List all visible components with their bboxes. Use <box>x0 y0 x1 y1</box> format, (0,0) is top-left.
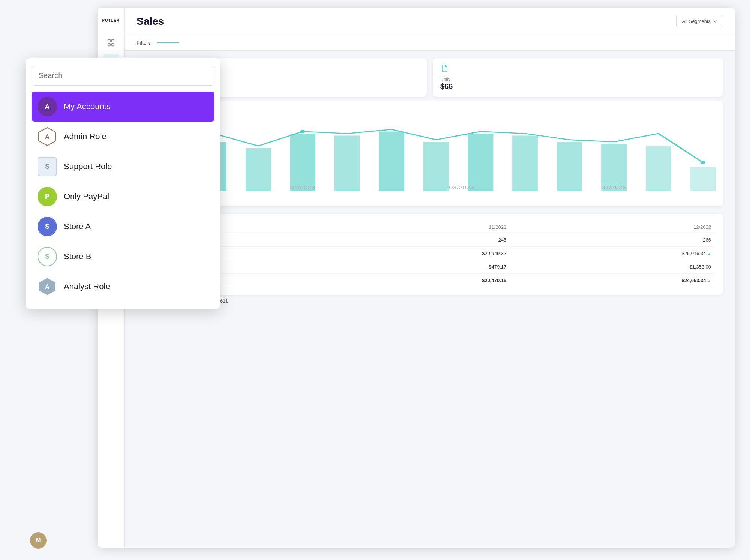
svg-rect-0 <box>108 40 110 42</box>
table-row: Net Sales $20,470.15 $24,663.34 ▲ <box>144 274 716 287</box>
dropdown-item-only-paypal[interactable]: P Only PayPal <box>32 182 214 212</box>
topbar: Sales All Segments <box>124 8 735 35</box>
data-table: 11/2022 12/2022 Orders 245 266 Gross Sal… <box>144 221 716 287</box>
daily-value: $66 <box>440 82 453 90</box>
svg-rect-21 <box>601 144 627 192</box>
segments-dropdown[interactable]: All Segments <box>676 15 723 27</box>
svg-rect-16 <box>379 132 405 192</box>
daily-icon-wrap <box>440 64 716 74</box>
item-avatar-support-role: S <box>38 157 57 176</box>
item-label-support-role: Support Role <box>64 162 112 171</box>
svg-rect-17 <box>423 142 449 191</box>
table-header-col1: 11/2022 <box>333 221 511 233</box>
page-title: Sales <box>136 15 164 27</box>
filter-indicator <box>157 42 179 43</box>
dropdown-item-my-accounts[interactable]: A My Accounts <box>32 92 214 122</box>
table-cell-v2: -$1,353.00 <box>511 260 716 274</box>
svg-point-26 <box>300 130 306 133</box>
svg-text:03/2023: 03/2023 <box>449 185 474 190</box>
table-cell-v1: 245 <box>333 233 511 247</box>
daily-card: Daily $66 <box>433 58 723 97</box>
item-avatar-admin-role: A <box>38 127 57 146</box>
app-logo: PUTLER <box>100 14 122 27</box>
dropdown-item-admin-role[interactable]: A Admin Role <box>32 122 214 152</box>
item-avatar-store-b: S <box>38 247 57 266</box>
item-avatar-analyst-role: A <box>38 277 57 296</box>
svg-rect-13 <box>246 148 271 192</box>
svg-rect-23 <box>690 167 716 191</box>
svg-text:01/2023: 01/2023 <box>290 185 316 190</box>
svg-rect-14 <box>290 134 315 191</box>
table-row: Gross Sales $20,949.32 $26,016.34 ▲ <box>144 247 716 260</box>
search-wrapper <box>32 66 214 86</box>
daily-label: Daily <box>440 77 716 82</box>
search-input[interactable] <box>32 66 214 86</box>
svg-rect-15 <box>334 136 360 192</box>
svg-rect-2 <box>108 44 110 46</box>
svg-point-27 <box>700 161 705 164</box>
chart-section: 11/2022 01/2023 03/2023 07/2023 $30,000 … <box>136 101 723 206</box>
item-avatar-my-accounts: A <box>38 97 57 116</box>
sales-chart: 11/2022 01/2023 03/2023 07/2023 $30,000 … <box>144 109 716 191</box>
svg-rect-20 <box>557 142 582 191</box>
svg-rect-1 <box>111 40 114 42</box>
user-avatar[interactable]: M <box>30 532 46 549</box>
filters-label: Filters <box>136 40 151 46</box>
svg-rect-3 <box>111 44 114 46</box>
item-label-store-a: Store A <box>64 222 91 231</box>
table-cell-v1: $20,470.15 <box>333 274 511 287</box>
table-section: 11/2022 12/2022 Orders 245 266 Gross Sal… <box>136 214 723 295</box>
table-row: Orders 245 266 <box>144 233 716 247</box>
dropdown-item-store-b[interactable]: S Store B <box>32 242 214 272</box>
table-header-col2: 12/2022 <box>511 221 716 233</box>
filters-bar: Filters <box>124 35 735 51</box>
svg-rect-18 <box>468 134 494 191</box>
dropdown-items-list: A My Accounts A Admin Role S Support Rol… <box>32 92 214 302</box>
table-row: Refunds -$479.17 -$1,353.00 <box>144 260 716 274</box>
item-avatar-store-a: S <box>38 217 57 236</box>
item-label-only-paypal: Only PayPal <box>64 192 109 201</box>
sidebar-icon-grid[interactable] <box>103 35 119 51</box>
item-avatar-only-paypal: P <box>38 187 57 206</box>
item-label-admin-role: Admin Role <box>64 132 106 141</box>
account-dropdown: A My Accounts A Admin Role S Support Rol… <box>26 58 220 309</box>
item-label-store-b: Store B <box>64 252 91 261</box>
svg-rect-22 <box>646 146 671 191</box>
item-label-my-accounts: My Accounts <box>64 102 111 111</box>
document-icon <box>440 64 448 72</box>
dropdown-item-analyst-role[interactable]: A Analyst Role <box>32 272 214 302</box>
table-cell-v2: $24,663.34 ▲ <box>511 274 716 287</box>
table-cell-v1: -$479.17 <box>333 260 511 274</box>
table-cell-v2: 266 <box>511 233 716 247</box>
svg-text:07/2023: 07/2023 <box>601 185 627 190</box>
svg-text:A: A <box>45 283 50 291</box>
dropdown-item-support-role[interactable]: S Support Role <box>32 152 214 182</box>
item-label-analyst-role: Analyst Role <box>64 282 110 291</box>
table-cell-v2: $26,016.34 ▲ <box>511 247 716 260</box>
svg-text:A: A <box>45 133 50 141</box>
table-cell-v1: $20,949.32 <box>333 247 511 260</box>
svg-rect-19 <box>512 136 538 192</box>
dropdown-item-store-a[interactable]: S Store A <box>32 212 214 242</box>
